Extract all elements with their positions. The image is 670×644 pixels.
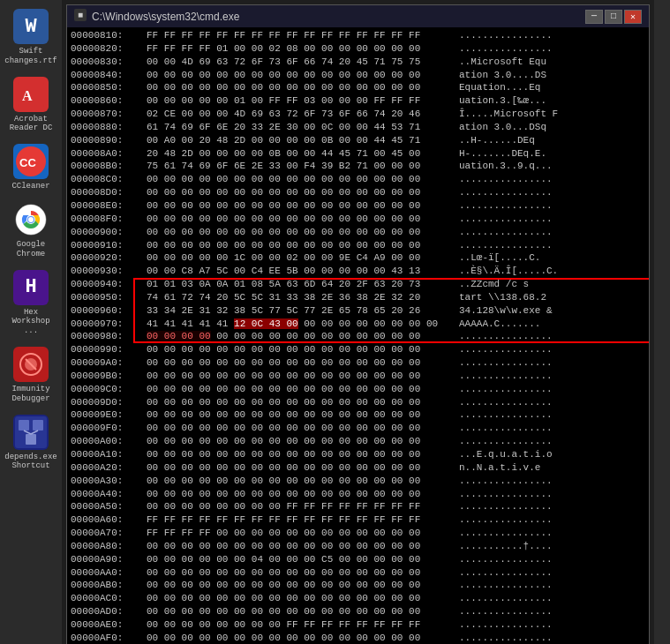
hex-icon: H: [13, 270, 49, 305]
taskbar-item-hex[interactable]: H Hex Workshop ...: [3, 266, 60, 341]
hex-row: 00000880:61 74 69 6F 6E 20 33 2E 30 00 0…: [71, 121, 645, 134]
hex-row: 00000AE0:00 00 00 00 00 00 00 00 FF FF F…: [71, 618, 645, 632]
hex-bytes: FF FF FF FF 01 00 00 02 08 00 00 00 00 0…: [147, 42, 455, 56]
taskbar: W Swift changes.rtf A Acrobat Reader DC …: [0, 0, 62, 644]
hex-ascii: ................: [459, 370, 553, 383]
hex-row: 00000960:33 34 2E 31 32 38 5C 77 5C 77 2…: [71, 304, 645, 318]
hex-row: 000008C0:00 00 00 00 00 00 00 00 00 00 0…: [71, 173, 645, 186]
hex-address: 000008F0:: [71, 213, 143, 226]
taskbar-item-depends[interactable]: depends.exe Shortcut: [3, 410, 60, 476]
hex-ascii: H-.......DEq.E.: [459, 147, 546, 161]
hex-address: 00000950:: [71, 291, 143, 304]
hex-ascii: ................: [459, 488, 553, 501]
hex-bytes: 00 00 00 00 00 00 00 00 00 00 00 00 00 0…: [147, 199, 455, 213]
taskbar-item-immunity[interactable]: Immunity Debugger: [3, 342, 60, 408]
hex-address: 000008A0:: [71, 147, 143, 161]
hex-ascii: ................: [459, 330, 553, 343]
hex-bytes: 00 00 4D 69 63 72 6F 73 6F 66 74 20 45 7…: [147, 56, 455, 69]
hex-ascii: ................: [459, 356, 553, 370]
hex-row: 00000A30:00 00 00 00 00 00 00 00 00 00 0…: [71, 475, 645, 488]
hex-ascii: ...E.q.u.a.t.i.o: [459, 448, 553, 461]
hex-ascii: ................: [459, 343, 553, 356]
chrome-icon: [13, 202, 49, 237]
hex-bytes: 00 00 00 00 00 00 00 00 00 00 00 00 00 0…: [147, 592, 455, 605]
hex-ascii: ................: [459, 513, 553, 527]
hex-address: 00000880:: [71, 121, 143, 134]
hex-ascii: ation 3.0....DS: [459, 69, 546, 82]
hex-bytes: 00 00 00 00 00 00 00 00 FF FF FF FF FF F…: [147, 618, 455, 632]
taskbar-item-chrome[interactable]: Google Chrome: [3, 198, 60, 264]
hex-row: 000008B0:75 61 74 69 6F 6E 2E 33 00 F4 3…: [71, 160, 645, 173]
hex-address: 00000A00:: [71, 435, 143, 448]
hex-ascii: ation 3.0...DSq: [459, 121, 546, 134]
hex-address: 00000840:: [71, 69, 143, 82]
hex-label: Hex Workshop ...: [4, 308, 58, 336]
hex-ascii: Equation....Eq: [459, 81, 540, 94]
hex-bytes: 00 00 00 00 00 00 00 00 00 00 00 00 00 0…: [147, 632, 455, 644]
hex-row: 00000A10:00 00 00 00 00 00 00 00 00 00 0…: [71, 448, 645, 461]
hex-row: 000009C0:00 00 00 00 00 00 00 00 00 00 0…: [71, 383, 645, 396]
hex-ascii: uation.3.[‰œ...: [459, 94, 546, 108]
hex-bytes: FF FF FF FF FF FF FF FF FF FF FF FF FF F…: [147, 29, 455, 42]
hex-ascii: ................: [459, 226, 553, 239]
hex-row: 00000820:FF FF FF FF 01 00 00 02 08 00 0…: [71, 42, 645, 56]
hex-address: 00000830:: [71, 56, 143, 69]
svg-rect-14: [19, 420, 29, 431]
acrobat-icon: A: [13, 77, 49, 112]
hex-row: 00000910:00 00 00 00 00 00 00 00 00 00 0…: [71, 239, 645, 252]
hex-row: 00000980:00 00 00 00 00 00 00 00 00 00 0…: [71, 330, 645, 343]
maximize-button[interactable]: □: [605, 10, 622, 24]
hex-row: 00000940:01 01 03 0A 0A 01 08 5A 63 6D 6…: [71, 278, 645, 291]
hex-address: 00000AF0:: [71, 632, 143, 644]
hex-row: 000009F0:00 00 00 00 00 00 00 00 00 00 0…: [71, 422, 645, 435]
hex-address: 000008E0:: [71, 199, 143, 213]
hex-address: 00000920:: [71, 251, 143, 265]
taskbar-item-acrobat[interactable]: A Acrobat Reader DC: [3, 72, 60, 139]
hex-address: 00000A80:: [71, 540, 143, 553]
hex-address: 00000A40:: [71, 488, 143, 501]
hex-ascii: Î.....Microsoft F: [459, 108, 558, 121]
hex-ascii: ................: [459, 383, 553, 396]
hex-address: 00000AD0:: [71, 605, 143, 618]
taskbar-item-word[interactable]: W Swift changes.rtf: [3, 4, 60, 71]
hex-bytes: 00 00 00 00 00 00 00 00 00 00 00 00 00 0…: [147, 383, 455, 396]
minimize-button[interactable]: ─: [585, 10, 603, 24]
hex-row: 00000A00:00 00 00 00 00 00 00 00 00 00 0…: [71, 435, 645, 448]
hex-bytes: 00 00 00 00 00 01 00 FF FF 03 00 00 00 F…: [147, 94, 455, 108]
hex-row: 00000AD0:00 00 00 00 00 00 00 00 00 00 0…: [71, 605, 645, 618]
hex-address: 00000870:: [71, 108, 143, 121]
hex-bytes: 00 00 00 00 00 00 00 00 00 00 00 00 00 0…: [147, 475, 455, 488]
hex-address: 000009A0:: [71, 356, 143, 370]
hex-bytes: 00 00 00 00 00 00 00 00 00 00 00 00 00 0…: [147, 239, 455, 252]
svg-text:A: A: [22, 88, 33, 103]
close-button[interactable]: ✕: [624, 10, 642, 24]
hex-row: 00000A60:FF FF FF FF FF FF FF FF FF FF F…: [71, 513, 645, 527]
hex-bytes: 00 00 00 00 00 00 00 00 00 00 00 00 00 0…: [147, 356, 455, 370]
taskbar-item-ccleaner[interactable]: CC CCleaner: [3, 139, 60, 196]
hex-row: 00000870:02 CE 00 00 00 4D 69 63 72 6F 7…: [71, 108, 645, 121]
hex-ascii: ................: [459, 186, 553, 199]
hex-row: 00000840:00 00 00 00 00 00 00 00 00 00 0…: [71, 69, 645, 82]
hex-address: 000008B0:: [71, 160, 143, 173]
hex-address: 00000970:: [71, 318, 143, 331]
hex-address: 00000AE0:: [71, 618, 143, 632]
hex-row: 00000830:00 00 4D 69 63 72 6F 73 6F 66 7…: [71, 56, 645, 69]
svg-point-8: [28, 217, 34, 222]
hex-ascii: ..Microsoft Equ: [459, 56, 546, 69]
hex-bytes: 00 00 00 00 00 00 00 00 00 00 00 00 00 0…: [147, 173, 455, 186]
hex-ascii: ................: [459, 29, 553, 42]
hex-row: 00000950:74 61 72 74 20 5C 5C 31 33 38 2…: [71, 291, 645, 304]
hex-address: 00000890:: [71, 134, 143, 147]
hex-bytes: 00 00 00 00 00 00 00 00 00 00 00 00 00 0…: [147, 370, 455, 383]
hex-row: 00000A90:00 00 00 00 00 00 04 00 00 00 C…: [71, 553, 645, 566]
hex-bytes: FF FF FF FF FF FF FF FF FF FF FF FF FF F…: [147, 513, 455, 527]
depends-label: depends.exe Shortcut: [4, 453, 58, 472]
hex-bytes: 00 00 C8 A7 5C 00 C4 EE 5B 00 00 00 00 0…: [147, 265, 455, 278]
hex-ascii: ..H-......DEq: [459, 134, 535, 147]
hex-bytes: 00 00 00 00 00 00 00 00 00 00 00 00 00 0…: [147, 540, 455, 553]
hex-bytes: 00 00 00 00 00 00 00 00 00 00 00 00 00 0…: [147, 422, 455, 435]
hex-bytes: 00 00 00 00 00 00 00 00 00 00 00 00 00 0…: [147, 605, 455, 618]
hex-dump-area[interactable]: 00000810:FF FF FF FF FF FF FF FF FF FF F…: [67, 27, 649, 644]
cmd-titlebar: ■ C:\Windows\system32\cmd.exe ─ □ ✕: [67, 5, 649, 27]
hex-address: 00000820:: [71, 42, 143, 56]
